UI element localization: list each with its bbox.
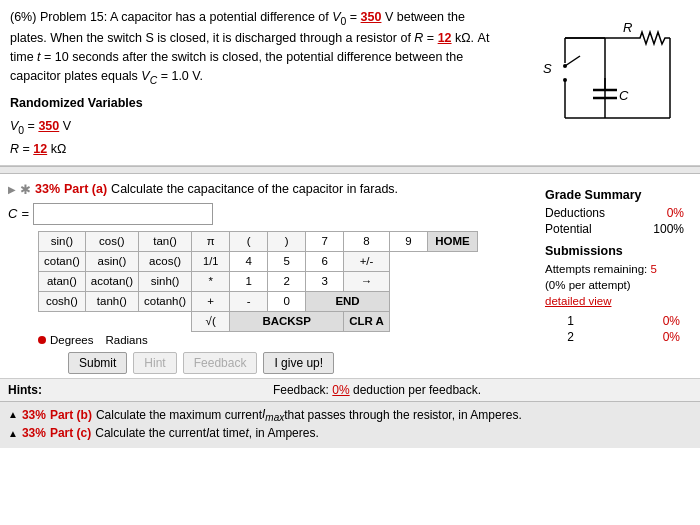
randomized-section: Randomized Variables V0 = 350 V R = 12 k… <box>10 94 490 159</box>
key-closeparen[interactable]: ) <box>268 231 306 251</box>
potential-row: Potential 100% <box>545 222 684 236</box>
key-8[interactable]: 8 <box>344 231 390 251</box>
key-multiply[interactable]: * <box>192 271 230 291</box>
randomized-title: Randomized Variables <box>10 94 490 113</box>
key-tanh[interactable]: tanh() <box>85 291 138 311</box>
radians-label[interactable]: Radians <box>105 334 147 346</box>
feedback-bar-text: Feedback: 0% deduction per feedback. <box>62 383 692 397</box>
part-c-triangle[interactable]: ▲ <box>8 428 18 439</box>
attempt-2-num: 2 <box>545 329 596 345</box>
problem-percent: (6%) <box>10 10 36 24</box>
key-4[interactable]: 4 <box>230 251 268 271</box>
part-c-row: ▲ 33% Part (c) Calculate the current I a… <box>8 426 692 440</box>
feedback-suffix: deduction per feedback. <box>353 383 481 397</box>
problem-desc3: V <box>381 10 393 24</box>
key-minus[interactable]: - <box>230 291 268 311</box>
key-arrow-right[interactable]: → <box>344 271 390 291</box>
R-value: 12 <box>438 31 452 45</box>
svg-line-6 <box>565 56 580 66</box>
svg-point-7 <box>563 64 567 68</box>
part-c-text3: , in Amperes. <box>249 426 319 440</box>
eq-equals: = <box>21 206 29 221</box>
key-openparen[interactable]: ( <box>230 231 268 251</box>
feedback-button[interactable]: Feedback <box>183 352 258 374</box>
collapse-icon[interactable]: ▶ <box>8 184 16 195</box>
key-cosh[interactable]: cosh() <box>39 291 86 311</box>
key-3[interactable]: 3 <box>306 271 344 291</box>
problem-desc7: = 10 seconds after the switch is closed,… <box>10 50 463 83</box>
key-plusminus[interactable]: +/- <box>344 251 390 271</box>
answer-input[interactable] <box>33 203 213 225</box>
key-5[interactable]: 5 <box>268 251 306 271</box>
keypad-table: sin() cos() tan() π ( ) 7 8 9 HOME cotan… <box>38 231 478 332</box>
hints-label: Hints: <box>8 383 42 397</box>
key-atan[interactable]: atan() <box>39 271 86 291</box>
key-backspace[interactable]: BACKSP <box>230 311 344 331</box>
V0-var-line: V0 = 350 V <box>10 116 490 139</box>
main-container: (6%) Problem 15: A capacitor has a poten… <box>0 0 700 525</box>
key-9[interactable]: 9 <box>389 231 427 251</box>
deductions-row: Deductions 0% <box>545 206 684 220</box>
key-tan[interactable]: tan() <box>138 231 191 251</box>
attempt-1-row: 1 0% <box>545 313 684 329</box>
problem-desc5: = <box>423 31 437 45</box>
key-sin[interactable]: sin() <box>39 231 86 251</box>
svg-text:C: C <box>619 88 629 103</box>
attempts-table: 1 0% 2 0% <box>545 313 684 345</box>
key-sinh[interactable]: sinh() <box>138 271 191 291</box>
degrees-label[interactable]: Degrees <box>50 334 93 346</box>
key-sqrt[interactable]: √( <box>192 311 230 331</box>
key-acos[interactable]: acos() <box>138 251 191 271</box>
feedback-pct: 0% <box>332 383 349 397</box>
part-c-label: Part (c) <box>50 426 91 440</box>
key-0[interactable]: 0 <box>268 291 306 311</box>
key-end[interactable]: END <box>306 291 390 311</box>
key-7[interactable]: 7 <box>306 231 344 251</box>
key-pi[interactable]: π <box>192 231 230 251</box>
key-6[interactable]: 6 <box>306 251 344 271</box>
problem-header: (6%) Problem 15: A capacitor has a poten… <box>10 8 490 88</box>
detailed-view[interactable]: detailed view <box>545 295 611 307</box>
deductions-label: Deductions <box>545 206 605 220</box>
detailed-view-link: detailed view <box>545 293 684 309</box>
key-2[interactable]: 2 <box>268 271 306 291</box>
key-plus[interactable]: + <box>192 291 230 311</box>
per-attempt: (0% per attempt) <box>545 277 684 293</box>
attempt-2-row: 2 0% <box>545 329 684 345</box>
key-cotan[interactable]: cotan() <box>39 251 86 271</box>
part-c-text2: at time <box>209 426 245 440</box>
section-divider <box>0 166 700 174</box>
deductions-value: 0% <box>667 206 684 220</box>
key-1[interactable]: 1 <box>230 271 268 291</box>
attempts-label: Attempts remaining: <box>545 263 647 275</box>
part-b-triangle[interactable]: ▲ <box>8 409 18 420</box>
part-c-text: Calculate the current <box>95 426 206 440</box>
hint-button[interactable]: Hint <box>133 352 176 374</box>
submit-button[interactable]: Submit <box>68 352 127 374</box>
key-cotanh[interactable]: cotanh() <box>138 291 191 311</box>
key-frac[interactable]: 1/1 <box>192 251 230 271</box>
potential-value: 100% <box>653 222 684 236</box>
potential-label: Potential <box>545 222 592 236</box>
attempt-2-pct: 0% <box>596 329 684 345</box>
top-section: (6%) Problem 15: A capacitor has a poten… <box>0 0 700 166</box>
VC-var: VC <box>141 69 157 83</box>
key-cos[interactable]: cos() <box>85 231 138 251</box>
attempts-value: 5 <box>650 263 656 275</box>
give-up-button[interactable]: I give up! <box>263 352 334 374</box>
bottom-parts: ▲ 33% Part (b) Calculate the maximum cur… <box>0 401 700 448</box>
star-icon: ✱ <box>20 182 31 197</box>
key-clra[interactable]: CLR A <box>344 311 390 331</box>
part-a-question: Calculate the capacitance of the capacit… <box>111 182 398 196</box>
Imax-var: Imax <box>262 407 284 423</box>
action-buttons: Submit Hint Feedback I give up! <box>68 352 537 374</box>
part-b-text: Calculate the maximum current <box>96 408 262 422</box>
key-asin[interactable]: asin() <box>85 251 138 271</box>
eq-var-label: C <box>8 206 17 221</box>
key-acotan[interactable]: acotan() <box>85 271 138 291</box>
degrees-radio[interactable] <box>38 336 46 344</box>
key-home[interactable]: HOME <box>427 231 477 251</box>
part-b-row: ▲ 33% Part (b) Calculate the maximum cur… <box>8 407 692 423</box>
problem-desc2: = <box>346 10 360 24</box>
submissions-title: Submissions <box>545 244 684 258</box>
